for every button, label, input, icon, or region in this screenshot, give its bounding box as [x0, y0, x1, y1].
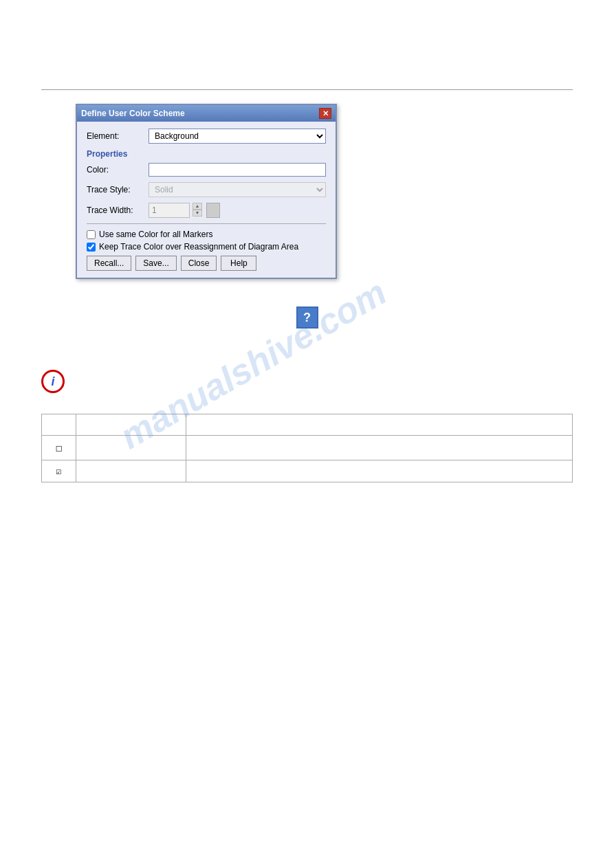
close-button[interactable]: ✕	[319, 108, 331, 119]
dialog-container: Define User Color Scheme ✕ Element: Back…	[76, 104, 337, 279]
header-desc-cell	[186, 414, 573, 436]
top-divider	[41, 89, 573, 90]
table-header-row	[42, 414, 573, 436]
checkbox-checked-cell: ☑	[42, 460, 76, 482]
checked-checkbox-icon: ☑	[56, 466, 62, 476]
dialog-titlebar: Define User Color Scheme ✕	[77, 105, 336, 122]
dialog-buttons: Recall... Save... Close Help	[87, 256, 326, 271]
dialog-body: Element: Background Properties Color: Tr…	[77, 122, 336, 278]
color-input[interactable]	[149, 163, 326, 177]
define-color-scheme-dialog: Define User Color Scheme ✕ Element: Back…	[76, 104, 337, 279]
table-row: ☑	[42, 460, 573, 482]
recall-button[interactable]: Recall...	[87, 256, 131, 271]
properties-header: Properties	[87, 149, 326, 159]
dialog-title: Define User Color Scheme	[81, 109, 185, 118]
question-mark-symbol: ?	[303, 311, 311, 325]
row1-name-cell	[76, 436, 186, 460]
checkbox2-label: Keep Trace Color over Reassignment of Di…	[99, 242, 298, 252]
trace-width-row: Trace Width: ▲ ▼	[87, 203, 326, 218]
trace-style-label: Trace Style:	[87, 185, 149, 194]
help-button[interactable]: Help	[221, 256, 256, 271]
checkbox-unchecked-cell: ☐	[42, 436, 76, 460]
row1-desc-cell	[186, 436, 573, 460]
row2-name-cell	[76, 460, 186, 482]
trace-width-input[interactable]	[149, 203, 190, 218]
info-icon	[41, 370, 65, 393]
checkbox2-row: Keep Trace Color over Reassignment of Di…	[87, 242, 326, 252]
color-row: Color:	[87, 163, 326, 177]
question-icon: ?	[296, 307, 318, 329]
color-label: Color:	[87, 165, 149, 175]
color-picker-button[interactable]	[206, 203, 220, 218]
question-icon-area: ?	[0, 307, 614, 329]
unchecked-checkbox-icon: ☐	[56, 441, 63, 454]
trace-width-spinner: ▲ ▼	[193, 203, 204, 218]
trace-style-row: Trace Style: Solid	[87, 182, 326, 197]
checkbox1-row: Use same Color for all Markers	[87, 230, 326, 239]
spin-down-button[interactable]: ▼	[193, 210, 202, 216]
spin-up-button[interactable]: ▲	[193, 203, 202, 210]
trace-width-label: Trace Width:	[87, 205, 149, 215]
dialog-divider	[87, 223, 326, 224]
header-name-cell	[76, 414, 186, 436]
save-button[interactable]: Save...	[135, 256, 176, 271]
checkbox1-label: Use same Color for all Markers	[99, 230, 212, 239]
bottom-table-wrapper: ☐ ☑	[41, 414, 573, 482]
info-icon-area	[41, 370, 614, 393]
element-label: Element:	[87, 131, 149, 141]
bottom-table: ☐ ☑	[41, 414, 573, 482]
close-dialog-button[interactable]: Close	[181, 256, 217, 271]
trace-width-controls: ▲ ▼	[149, 203, 326, 218]
element-select[interactable]: Background	[149, 129, 326, 144]
table-row: ☐	[42, 436, 573, 460]
header-icon-cell	[42, 414, 76, 436]
use-same-color-checkbox[interactable]	[87, 230, 96, 239]
element-row: Element: Background	[87, 129, 326, 144]
trace-style-select[interactable]: Solid	[149, 182, 326, 197]
keep-trace-color-checkbox[interactable]	[87, 243, 96, 252]
row2-desc-cell	[186, 460, 573, 482]
